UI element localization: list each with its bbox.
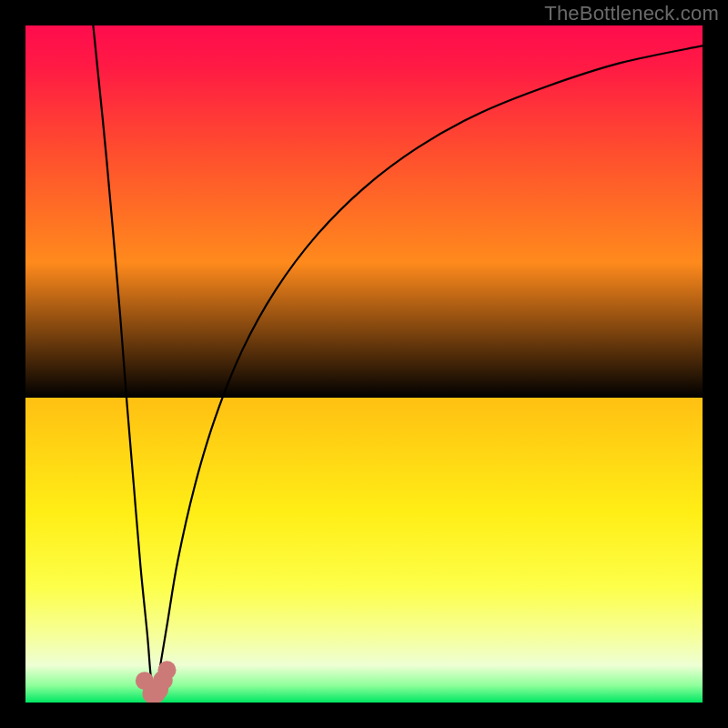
plot-area	[25, 25, 703, 703]
bottleneck-curve	[25, 25, 703, 703]
chart-frame: TheBottleneck.com	[0, 0, 728, 728]
watermark-text: TheBottleneck.com	[544, 2, 719, 25]
curve-marker	[157, 661, 176, 679]
